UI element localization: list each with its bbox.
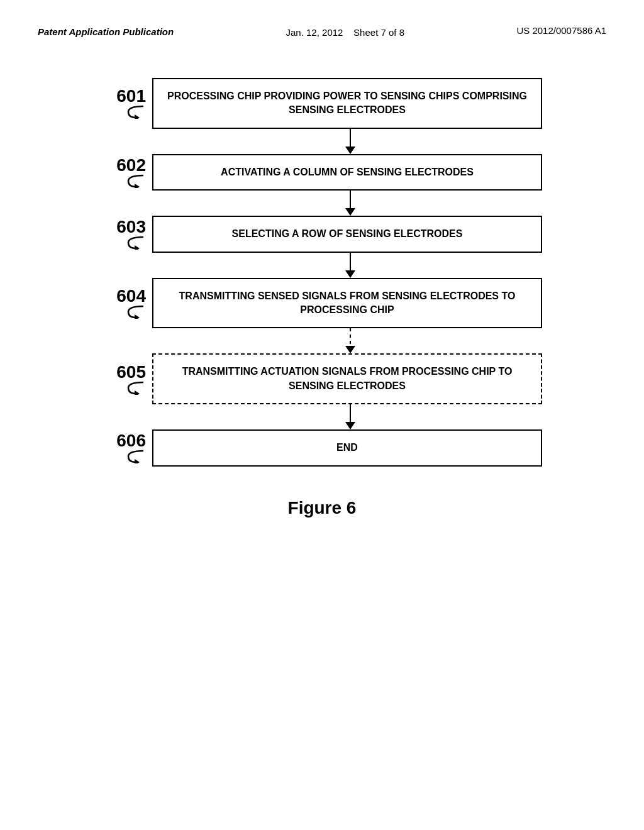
step-label-601: 601 [102, 87, 152, 119]
step-number-605: 605 [116, 363, 146, 381]
step-number-606: 606 [116, 432, 146, 450]
header-date-sheet: Jan. 12, 2012 Sheet 7 of 8 [286, 25, 405, 40]
svg-marker-4 [135, 390, 140, 395]
step-row-602: 602ACTIVATING A COLUMN OF SENSING ELECTR… [102, 154, 542, 191]
step-indicator-605 [126, 381, 146, 395]
flowchart: 601PROCESSING CHIP PROVIDING POWER TO SE… [102, 78, 542, 467]
step-box-606: END [152, 429, 542, 466]
step-indicator-604 [126, 305, 146, 319]
step-text-603: SELECTING A ROW OF SENSING ELECTRODES [166, 227, 528, 241]
step-indicator-601 [126, 105, 146, 119]
step-number-603: 603 [116, 218, 146, 236]
step-box-604: TRANSMITTING SENSED SIGNALS FROM SENSING… [152, 278, 542, 329]
step-text-605: TRANSMITTING ACTUATION SIGNALS FROM PROC… [166, 365, 528, 393]
step-text-601: PROCESSING CHIP PROVIDING POWER TO SENSI… [166, 89, 528, 118]
step-text-602: ACTIVATING A COLUMN OF SENSING ELECTRODE… [166, 165, 528, 179]
step-box-602: ACTIVATING A COLUMN OF SENSING ELECTRODE… [152, 154, 542, 191]
step-label-605: 605 [102, 363, 152, 395]
header-patent-number: US 2012/0007586 A1 [516, 25, 606, 36]
step-row-601: 601PROCESSING CHIP PROVIDING POWER TO SE… [102, 78, 542, 129]
step-indicator-606 [126, 450, 146, 463]
arrow-601 [102, 129, 542, 154]
step-number-601: 601 [116, 87, 146, 105]
arrow-604 [102, 328, 542, 353]
svg-marker-5 [135, 459, 140, 463]
step-label-603: 603 [102, 218, 152, 250]
step-indicator-602 [126, 174, 146, 188]
step-box-603: SELECTING A ROW OF SENSING ELECTRODES [152, 216, 542, 252]
step-row-605: 605TRANSMITTING ACTUATION SIGNALS FROM P… [102, 353, 542, 404]
step-indicator-603 [126, 236, 146, 250]
main-content: 601PROCESSING CHIP PROVIDING POWER TO SE… [0, 53, 644, 531]
figure-caption: Figure 6 [288, 498, 357, 518]
step-row-604: 604TRANSMITTING SENSED SIGNALS FROM SENS… [102, 278, 542, 329]
header-publication-type: Patent Application Publication [38, 25, 174, 38]
step-text-604: TRANSMITTING SENSED SIGNALS FROM SENSING… [166, 289, 528, 318]
step-row-606: 606END [102, 429, 542, 466]
step-number-604: 604 [116, 287, 146, 305]
page-header: Patent Application Publication Jan. 12, … [0, 0, 644, 53]
arrow-605 [102, 404, 542, 429]
arrow-603 [102, 253, 542, 278]
step-label-604: 604 [102, 287, 152, 319]
svg-marker-3 [135, 314, 140, 319]
svg-marker-1 [135, 184, 140, 188]
step-number-602: 602 [116, 157, 146, 174]
step-row-603: 603SELECTING A ROW OF SENSING ELECTRODES [102, 216, 542, 252]
step-box-601: PROCESSING CHIP PROVIDING POWER TO SENSI… [152, 78, 542, 129]
step-box-605: TRANSMITTING ACTUATION SIGNALS FROM PROC… [152, 353, 542, 404]
svg-marker-2 [135, 245, 140, 250]
arrow-602 [102, 191, 542, 216]
step-label-602: 602 [102, 157, 152, 188]
svg-marker-0 [135, 114, 140, 119]
step-label-606: 606 [102, 432, 152, 463]
step-text-606: END [166, 441, 528, 455]
